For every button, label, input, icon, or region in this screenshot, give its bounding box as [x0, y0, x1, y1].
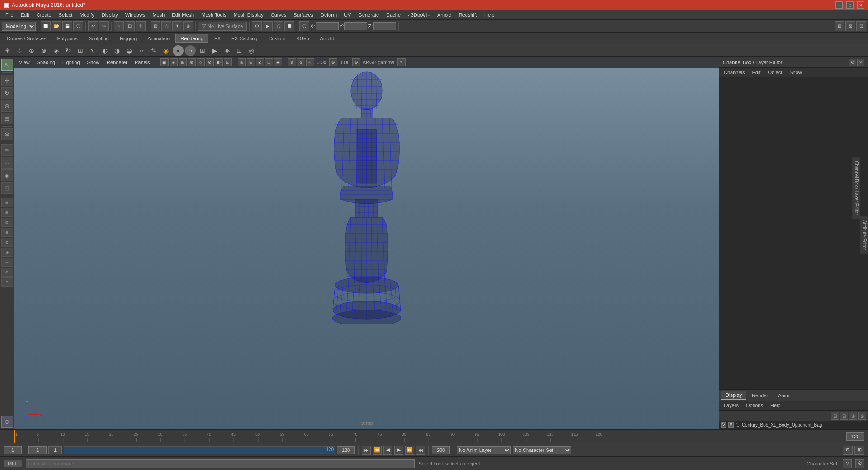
show-menu[interactable]: Show: [85, 59, 103, 66]
xform-button[interactable]: ⬡: [299, 21, 309, 31]
rotate-tool[interactable]: ↻: [1, 87, 13, 99]
z-input[interactable]: [373, 22, 396, 30]
orange-sphere-icon[interactable]: ◉: [160, 45, 171, 56]
move-tool-button[interactable]: ✛: [136, 21, 146, 31]
shading-menu[interactable]: Shading: [34, 59, 58, 66]
bottom-tool[interactable]: ⊙: [1, 416, 13, 428]
select-tool[interactable]: ↖: [1, 59, 13, 70]
menu-mesh-tools[interactable]: Mesh Tools: [198, 11, 230, 19]
tab-sculpting[interactable]: Sculpting: [84, 34, 114, 43]
renderer-menu[interactable]: Renderer: [104, 59, 130, 66]
tab-fx-caching[interactable]: FX Caching: [226, 34, 262, 43]
new-file-button[interactable]: 📄: [41, 21, 51, 31]
title-bar-controls[interactable]: ─ □ ✕: [835, 1, 864, 9]
menu-curves[interactable]: Curves: [267, 11, 290, 19]
snap-view-button[interactable]: ⊛: [183, 21, 193, 31]
layer-icon-3[interactable]: ⊕: [849, 412, 857, 420]
timeline-end-input[interactable]: [846, 432, 864, 441]
snap-grid-tool[interactable]: ⊞: [1, 198, 13, 207]
vp-light-icon[interactable]: ⊗: [206, 58, 214, 66]
checker-icon[interactable]: ⊞: [197, 45, 208, 56]
vp-e2[interactable]: ⊗: [297, 58, 305, 66]
paint-tool[interactable]: ✏: [1, 144, 13, 156]
vp-r2[interactable]: ⊟: [247, 58, 255, 66]
layer-icon-1[interactable]: ⊟: [831, 412, 839, 420]
layer-icon-2[interactable]: ⊞: [840, 412, 848, 420]
attribute-editor-tab[interactable]: Attribute Editor: [860, 216, 868, 254]
extra3-tool[interactable]: ⊹: [1, 258, 13, 267]
range-start-input[interactable]: [28, 446, 47, 454]
vp-tex-icon[interactable]: ⊡: [224, 58, 232, 66]
sphere-icon[interactable]: ◐: [99, 45, 110, 56]
vp-snap-icon[interactable]: ⊕: [188, 58, 196, 66]
edit-menu[interactable]: Edit: [749, 69, 763, 76]
extra2-tool[interactable]: ◈: [1, 248, 13, 257]
menu-windows[interactable]: Windows: [122, 11, 149, 19]
sphere3-icon[interactable]: ◒: [124, 45, 135, 56]
undo-button[interactable]: ↩: [88, 21, 98, 31]
range-end-small-input[interactable]: [48, 446, 62, 454]
maximize-button[interactable]: □: [846, 1, 854, 9]
object-menu[interactable]: Object: [765, 69, 785, 76]
snap-curve-button[interactable]: ◎: [161, 21, 171, 31]
channel-box-icon[interactable]: ⊞: [835, 21, 844, 31]
snap-point-button[interactable]: ✦: [172, 21, 182, 31]
vp-gamma-dd[interactable]: ▾: [397, 58, 406, 66]
show-manip-tool[interactable]: ⊡: [1, 182, 13, 194]
menu-deform[interactable]: Deform: [317, 11, 340, 19]
vp-grid-icon[interactable]: ⊞: [179, 58, 187, 66]
render-view-button[interactable]: 🔲: [284, 21, 294, 31]
menu-uv[interactable]: UV: [340, 11, 354, 19]
goto-start-button[interactable]: ⏮: [362, 446, 371, 455]
vp-shad-icon[interactable]: ◐: [215, 58, 223, 66]
menu-select[interactable]: Select: [55, 11, 76, 19]
extra-tool[interactable]: ⊗: [1, 238, 13, 247]
menu-surfaces[interactable]: Surfaces: [290, 11, 317, 19]
ipr-render-button[interactable]: ⬡: [274, 21, 283, 31]
menu-edit[interactable]: Edit: [17, 11, 33, 19]
character-set-dropdown[interactable]: No Character Set: [513, 446, 571, 454]
misc-icon[interactable]: ◎: [246, 45, 257, 56]
status-settings-button[interactable]: ⚙: [855, 459, 864, 468]
white-sphere-icon[interactable]: ○: [185, 45, 196, 56]
tab-rendering[interactable]: Rendering: [175, 34, 208, 43]
vp-r4[interactable]: ⊡: [265, 58, 273, 66]
redo-button[interactable]: ↪: [99, 21, 109, 31]
camera-icon[interactable]: ◈: [51, 45, 61, 56]
tab-xgen[interactable]: XGen: [291, 34, 314, 43]
universal-tool[interactable]: ⊞: [1, 113, 13, 124]
playback-end-input[interactable]: [432, 446, 450, 454]
frame-range-bar[interactable]: 120: [64, 446, 335, 454]
paint2-tool[interactable]: ⊹: [1, 157, 13, 169]
timeline-ruler[interactable]: 1 5 10 15 20 25 30 35 40 45 50 55 60: [14, 430, 719, 443]
tab-fx[interactable]: FX: [209, 34, 226, 43]
snap-icon[interactable]: ⊹: [14, 45, 25, 56]
vp-e1[interactable]: ⊕: [288, 58, 296, 66]
anim-tab[interactable]: Anim: [774, 392, 794, 399]
render-tab[interactable]: Render: [747, 392, 773, 399]
lasso-tool-button[interactable]: ⊡: [125, 21, 135, 31]
anim-layer-dropdown[interactable]: No Anim Layer: [457, 446, 511, 454]
menu-modify[interactable]: Modify: [76, 11, 98, 19]
sculpt-tool[interactable]: ◈: [1, 169, 13, 181]
panels-menu[interactable]: Panels: [132, 59, 153, 66]
panel-close-btn[interactable]: ✕: [857, 59, 864, 66]
scale-tool[interactable]: ⊕: [1, 100, 13, 112]
menu-mesh[interactable]: Mesh: [149, 11, 168, 19]
open-file-button[interactable]: 📂: [52, 21, 61, 31]
minimize-button[interactable]: ─: [835, 1, 843, 9]
timeline-cursor[interactable]: [14, 430, 15, 443]
menu-3dto-all[interactable]: - 3DtoAll -: [404, 11, 434, 19]
x-input[interactable]: [316, 22, 339, 30]
vp-e4[interactable]: ⊛: [329, 58, 337, 66]
save-as-button[interactable]: ⬡: [73, 21, 83, 31]
tool-settings-icon[interactable]: ⊡: [856, 21, 866, 31]
select-tool-button[interactable]: ↖: [114, 21, 124, 31]
goto-end-button[interactable]: ⏭: [416, 446, 425, 455]
options-menu-item[interactable]: Options: [743, 402, 766, 409]
layer-row[interactable]: V P /...:Century_Bob_XL_Body_Opponent_Ba…: [719, 421, 868, 429]
vp-gamma-icon[interactable]: ⊝: [352, 58, 360, 66]
render-settings-button[interactable]: ⚙: [252, 21, 262, 31]
render-button[interactable]: ▶: [263, 21, 273, 31]
menu-edit-mesh[interactable]: Edit Mesh: [168, 11, 198, 19]
